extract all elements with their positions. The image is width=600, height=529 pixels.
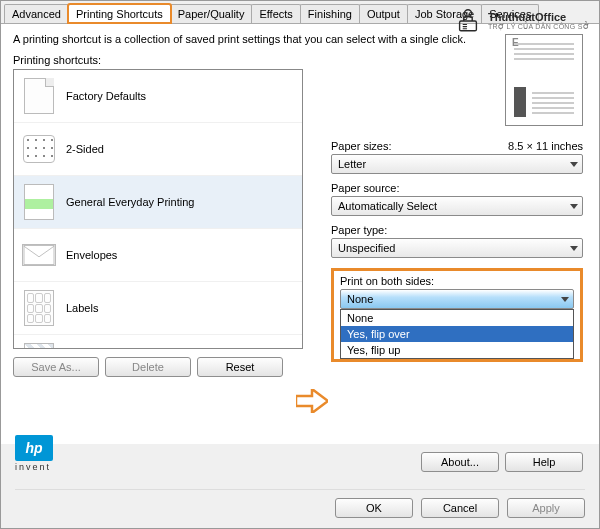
shortcut-two-sided[interactable]: 2-Sided (14, 123, 302, 176)
callout-arrow-icon (296, 389, 328, 413)
tab-advanced[interactable]: Advanced (4, 4, 69, 23)
paper-sizes-combo[interactable]: Letter (331, 154, 583, 174)
paper-source-combo[interactable]: Automatically Select (331, 196, 583, 216)
tab-job-storage[interactable]: Job Storage (407, 4, 482, 23)
combo-value: Unspecified (338, 242, 395, 254)
list-item-label: General Everyday Printing (66, 196, 194, 208)
hp-logo-area: hp invent (15, 435, 53, 472)
labels-icon (22, 288, 56, 328)
shortcut-transparencies[interactable]: Transparencies (14, 335, 302, 349)
document-icon (22, 182, 56, 222)
right-column: E Paper sizes: 8.5 × 11 inches Letter Pa… (331, 34, 583, 362)
save-as-button[interactable]: Save As... (13, 357, 99, 377)
shortcut-envelopes[interactable]: Envelopes (14, 229, 302, 282)
shortcut-factory-defaults[interactable]: Factory Defaults (14, 70, 302, 123)
list-item-label: Labels (66, 302, 98, 314)
chevron-down-icon (570, 246, 578, 251)
chevron-down-icon (570, 162, 578, 167)
chevron-down-icon (561, 297, 569, 302)
duplex-combo[interactable]: None (340, 289, 574, 309)
envelope-icon (22, 235, 56, 275)
svg-rect-0 (24, 246, 54, 265)
shortcut-general-everyday[interactable]: General Everyday Printing (14, 176, 302, 229)
combo-value: Letter (338, 158, 366, 170)
chevron-down-icon (570, 204, 578, 209)
delete-button[interactable]: Delete (105, 357, 191, 377)
duplex-highlight-box: Print on both sides: None None Yes, flip… (331, 268, 583, 362)
tab-output[interactable]: Output (359, 4, 408, 23)
cancel-button[interactable]: Cancel (421, 498, 499, 518)
list-item-label: Factory Defaults (66, 90, 146, 102)
duplex-option-flip-over[interactable]: Yes, flip over (341, 326, 573, 342)
page-preview: E (505, 34, 583, 126)
tab-finishing[interactable]: Finishing (300, 4, 360, 23)
paper-type-label: Paper type: (331, 224, 387, 236)
combo-value: Automatically Select (338, 200, 437, 212)
apply-button[interactable]: Apply (507, 498, 585, 518)
shortcut-labels[interactable]: Labels (14, 282, 302, 335)
two-sided-icon (22, 129, 56, 169)
list-item-label: 2-Sided (66, 143, 104, 155)
tab-services[interactable]: Services (481, 4, 539, 23)
paper-type-combo[interactable]: Unspecified (331, 238, 583, 258)
hp-logo: hp (15, 435, 53, 461)
reset-button[interactable]: Reset (197, 357, 283, 377)
panel-bottom-buttons: About... Help (421, 452, 583, 472)
tab-paper-quality[interactable]: Paper/Quality (170, 4, 253, 23)
tab-panel: A printing shortcut is a collection of s… (1, 24, 599, 444)
shortcuts-list[interactable]: Factory Defaults 2-Sided General Everyda… (13, 69, 303, 349)
duplex-dropdown[interactable]: None Yes, flip over Yes, flip up (340, 309, 574, 359)
tab-printing-shortcuts[interactable]: Printing Shortcuts (68, 4, 171, 23)
combo-value: None (347, 293, 373, 305)
hp-invent-text: invent (15, 462, 53, 472)
transparency-icon (22, 341, 56, 349)
ok-button[interactable]: OK (335, 498, 413, 518)
duplex-option-none[interactable]: None (341, 310, 573, 326)
print-preferences-dialog: Advanced Printing Shortcuts Paper/Qualit… (0, 0, 600, 529)
help-button[interactable]: Help (505, 452, 583, 472)
tab-strip: Advanced Printing Shortcuts Paper/Qualit… (1, 1, 599, 24)
tab-effects[interactable]: Effects (251, 4, 300, 23)
list-item-label: Envelopes (66, 249, 117, 261)
page-icon (22, 76, 56, 116)
paper-source-label: Paper source: (331, 182, 399, 194)
paper-sizes-info: 8.5 × 11 inches (508, 140, 583, 152)
duplex-option-flip-up[interactable]: Yes, flip up (341, 342, 573, 358)
duplex-label: Print on both sides: (340, 275, 434, 287)
about-button[interactable]: About... (421, 452, 499, 472)
dialog-buttons: OK Cancel Apply (15, 489, 585, 518)
paper-sizes-label: Paper sizes: (331, 140, 392, 152)
